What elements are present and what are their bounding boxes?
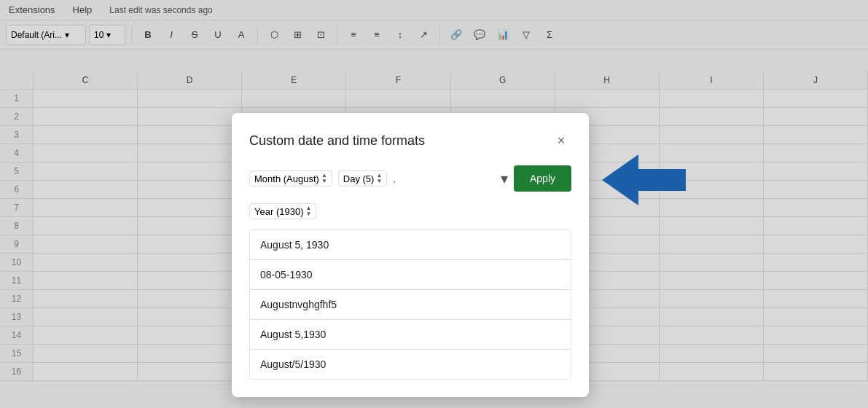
dialog-close-button[interactable]: ×: [551, 130, 571, 151]
year-format-chip[interactable]: Year (1930) ▲▼: [249, 203, 316, 219]
format-row-dropdown-icon[interactable]: ▾: [501, 170, 508, 187]
year-format-label: Year (1930): [254, 206, 303, 217]
year-row: Year (1930) ▲▼: [249, 203, 316, 219]
preview-item-2[interactable]: Augustnvghgfhf5: [250, 290, 571, 320]
month-format-chip[interactable]: Month (August) ▲▼: [249, 170, 332, 187]
year-chip-arrows: ▲▼: [305, 205, 311, 217]
preview-item-4[interactable]: August/5/1930: [250, 350, 571, 379]
arrow-head: [602, 154, 638, 205]
preview-item-3[interactable]: August 5,1930: [250, 320, 571, 350]
arrow-body: [638, 169, 686, 191]
preview-item-1[interactable]: 08-05-1930: [250, 260, 571, 290]
dialog-header: Custom date and time formats ×: [249, 130, 571, 151]
arrow-indicator: [602, 154, 686, 205]
dialog-title: Custom date and time formats: [249, 133, 425, 149]
preview-list: August 5, 1930 08-05-1930 Augustnvghgfhf…: [249, 230, 571, 380]
apply-button[interactable]: Apply: [514, 165, 571, 192]
custom-date-time-dialog: Custom date and time formats × Month (Au…: [232, 113, 589, 397]
day-format-label: Day (5): [343, 173, 375, 184]
preview-item-0[interactable]: August 5, 1930: [250, 230, 571, 260]
month-format-label: Month (August): [254, 173, 319, 184]
day-format-chip[interactable]: Day (5) ▲▼: [338, 170, 388, 187]
month-chip-arrows: ▲▼: [321, 173, 327, 184]
format-controls: Month (August) ▲▼ Day (5) ▲▼ , ▾ Apply Y…: [249, 165, 571, 219]
format-separator: ,: [393, 173, 396, 184]
day-chip-arrows: ▲▼: [376, 173, 382, 184]
